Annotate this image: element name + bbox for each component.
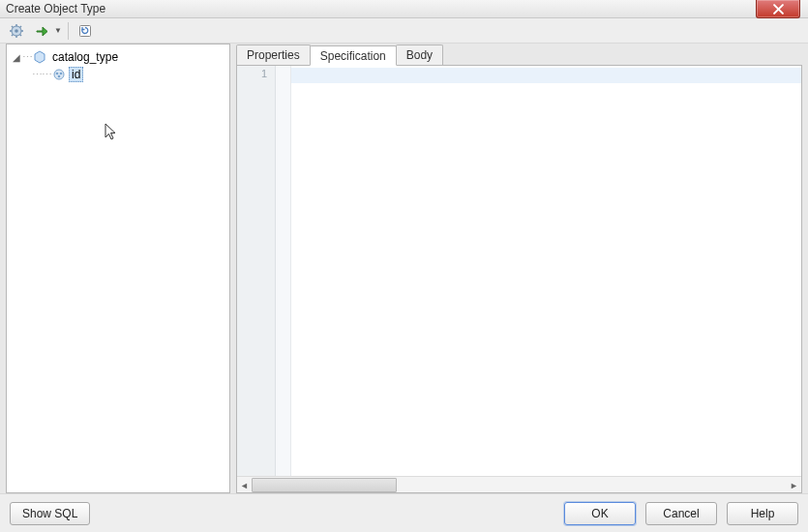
- svg-point-1: [15, 29, 18, 33]
- tree-connector: ⋯⋯: [32, 69, 51, 81]
- toolbar: ▼: [0, 18, 808, 44]
- scroll-right-arrow-icon[interactable]: ►: [787, 478, 801, 492]
- help-button[interactable]: Help: [727, 502, 798, 525]
- scroll-track[interactable]: [252, 478, 787, 492]
- tab-properties[interactable]: Properties: [236, 44, 311, 65]
- tab-label: Specification: [320, 49, 386, 63]
- line-number: 1: [237, 68, 275, 83]
- tree-panel[interactable]: ◢ ⋯ catalog_type ⋯⋯ id: [6, 44, 230, 493]
- titlebar: Create Object Type: [0, 0, 808, 18]
- cancel-button[interactable]: Cancel: [645, 502, 717, 525]
- button-label: Cancel: [663, 507, 699, 520]
- show-sql-button[interactable]: Show SQL: [10, 502, 90, 525]
- fold-gutter: [276, 66, 291, 476]
- svg-point-14: [58, 75, 61, 78]
- svg-point-11: [54, 70, 64, 79]
- svg-point-13: [60, 73, 63, 75]
- column-node-icon: [51, 67, 67, 82]
- svg-line-8: [20, 26, 22, 28]
- toolbar-separator: [68, 22, 69, 40]
- tree-child-label[interactable]: id: [69, 67, 83, 82]
- bottom-bar: Show SQL OK Cancel Help: [0, 493, 808, 532]
- current-line-highlight: [291, 68, 801, 83]
- go-button[interactable]: [31, 20, 52, 42]
- editor-body[interactable]: 1: [237, 66, 801, 476]
- tree-connector: ⋯: [22, 51, 32, 64]
- gear-button[interactable]: [6, 20, 27, 42]
- go-arrow-icon: [34, 23, 49, 39]
- right-panel: Properties Specification Body 1 ◄ ►: [236, 44, 802, 493]
- svg-line-9: [12, 34, 14, 36]
- refresh-icon: [77, 23, 93, 39]
- tab-body[interactable]: Body: [396, 44, 443, 65]
- scroll-thumb[interactable]: [252, 478, 397, 492]
- code-editor[interactable]: 1 ◄ ►: [236, 65, 802, 493]
- tree-child-row[interactable]: ⋯⋯ id: [11, 66, 225, 83]
- svg-rect-10: [79, 25, 90, 36]
- button-label: Help: [751, 507, 775, 520]
- go-dropdown-arrow-icon[interactable]: ▼: [54, 26, 62, 35]
- refresh-button[interactable]: [75, 20, 96, 42]
- svg-point-12: [56, 73, 59, 75]
- type-node-icon: [32, 49, 47, 65]
- close-icon: [773, 4, 784, 15]
- svg-line-6: [12, 26, 14, 28]
- gear-icon: [9, 23, 24, 39]
- expand-collapse-icon[interactable]: ◢: [11, 52, 22, 63]
- tree-root-row[interactable]: ◢ ⋯ catalog_type: [11, 48, 225, 66]
- tab-label: Body: [406, 48, 433, 62]
- svg-line-7: [20, 34, 22, 36]
- ok-button[interactable]: OK: [564, 502, 636, 525]
- button-label: OK: [591, 507, 608, 520]
- tab-row: Properties Specification Body: [236, 44, 802, 65]
- tree-root-label[interactable]: catalog_type: [49, 50, 121, 64]
- line-gutter: 1: [237, 66, 276, 476]
- client-area: ◢ ⋯ catalog_type ⋯⋯ id Properties Specif…: [6, 44, 802, 493]
- tab-specification[interactable]: Specification: [310, 45, 397, 66]
- close-button[interactable]: [756, 0, 800, 18]
- horizontal-scrollbar[interactable]: ◄ ►: [237, 476, 801, 492]
- tab-label: Properties: [247, 48, 300, 62]
- right-button-group: OK Cancel Help: [564, 502, 798, 525]
- scroll-left-arrow-icon[interactable]: ◄: [237, 478, 252, 492]
- button-label: Show SQL: [22, 507, 77, 520]
- window-title: Create Object Type: [6, 2, 105, 15]
- code-area[interactable]: [291, 66, 801, 476]
